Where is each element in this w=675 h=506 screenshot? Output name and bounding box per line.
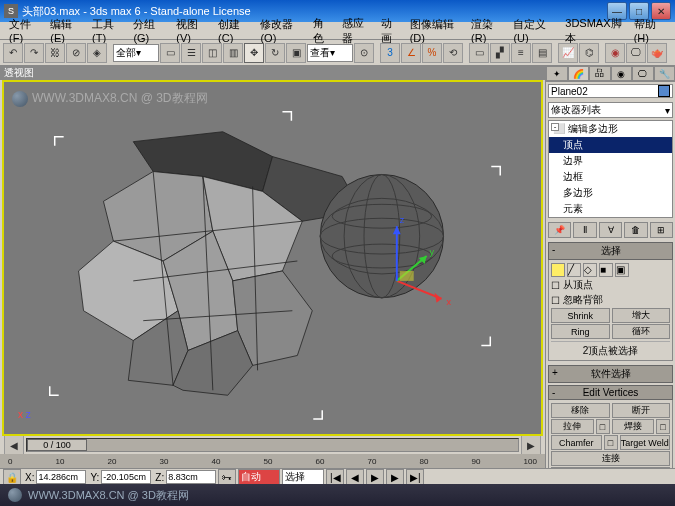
x-spinner[interactable]: X: [23, 469, 86, 485]
menu-edit[interactable]: 编辑(E) [45, 17, 87, 44]
redo-icon[interactable]: ↷ [24, 43, 44, 63]
z-spinner[interactable]: Z: [153, 469, 216, 485]
key-icon[interactable]: 🗝 [218, 469, 236, 485]
tab-utility[interactable]: 🔧 [654, 66, 676, 81]
select-icon[interactable]: ▭ [160, 43, 180, 63]
align-icon[interactable]: ≡ [511, 43, 531, 63]
time-slider[interactable]: 0 / 100 [26, 438, 519, 452]
subobj-edge-icon[interactable]: ╱ [567, 263, 581, 277]
named-sel-icon[interactable]: ▭ [469, 43, 489, 63]
undo-icon[interactable]: ↶ [3, 43, 23, 63]
configure-icon[interactable]: ⊞ [650, 222, 673, 238]
center-icon[interactable]: ⊙ [354, 43, 374, 63]
menu-create[interactable]: 创建(C) [213, 17, 255, 44]
tab-hierarchy[interactable]: 品 [589, 66, 611, 81]
time-next-icon[interactable]: ▶ [521, 435, 541, 455]
curve-editor-icon[interactable]: 📈 [558, 43, 578, 63]
bind-icon[interactable]: ◈ [87, 43, 107, 63]
weld-settings-icon[interactable]: □ [656, 419, 670, 434]
material-icon[interactable]: ◉ [605, 43, 625, 63]
loop-button[interactable]: 循环 [612, 324, 671, 339]
perspective-viewport[interactable]: x y z WWW.3DMAX8.CN @ 3D教程网 x z [2, 80, 543, 436]
select-region-icon[interactable]: ◫ [202, 43, 222, 63]
menu-anim[interactable]: 动画 [376, 16, 405, 46]
menu-tools[interactable]: 工具(T) [87, 17, 128, 44]
menu-render[interactable]: 渲染(R) [466, 17, 508, 44]
set-key-mode[interactable]: 选择 [282, 469, 324, 485]
break-button[interactable]: 断开 [612, 403, 671, 418]
time-prev-icon[interactable]: ◀ [4, 435, 24, 455]
render-scene-icon[interactable]: 🖵 [626, 43, 646, 63]
subobj-element-icon[interactable]: ▣ [615, 263, 629, 277]
subobj-vertex-icon[interactable] [551, 263, 565, 277]
remove-mod-icon[interactable]: 🗑 [624, 222, 647, 238]
chamfer-button[interactable]: Chamfer [551, 435, 602, 450]
menu-help[interactable]: 帮助(H) [629, 17, 671, 44]
rotate-icon[interactable]: ↻ [265, 43, 285, 63]
stack-item-vertex[interactable]: 顶点 [549, 137, 672, 153]
mirror-icon[interactable]: ▞ [490, 43, 510, 63]
window-crossing-icon[interactable]: ▥ [223, 43, 243, 63]
stack-item-poly[interactable]: 多边形 [549, 185, 672, 201]
snap-icon[interactable]: 3 [380, 43, 400, 63]
schematic-icon[interactable]: ⌬ [579, 43, 599, 63]
angle-snap-icon[interactable]: ∠ [401, 43, 421, 63]
tab-motion[interactable]: ◉ [611, 66, 633, 81]
select-name-icon[interactable]: ☰ [181, 43, 201, 63]
next-frame-icon[interactable]: ▶ [386, 469, 404, 485]
lock-selection-icon[interactable]: 🔒 [3, 469, 21, 485]
menu-reactor[interactable]: 感应器 [337, 16, 376, 46]
stack-item-border[interactable]: 边框 [549, 169, 672, 185]
stack-item-editpoly[interactable]: -⬜ 编辑多边形 [549, 121, 672, 137]
goto-start-icon[interactable]: |◀ [326, 469, 344, 485]
subobj-border-icon[interactable]: ◇ [583, 263, 597, 277]
ignore-backfacing-check[interactable]: ☐ 忽略背部 [551, 293, 670, 307]
time-thumb[interactable]: 0 / 100 [27, 439, 87, 451]
unlink-icon[interactable]: ⊘ [66, 43, 86, 63]
rollout-softsel[interactable]: +软件选择 [548, 365, 673, 383]
prev-frame-icon[interactable]: ◀ [346, 469, 364, 485]
grow-button[interactable]: 增大 [612, 308, 671, 323]
subobj-poly-icon[interactable]: ■ [599, 263, 613, 277]
remove-button[interactable]: 移除 [551, 403, 610, 418]
menu-char[interactable]: 角色 [308, 16, 337, 46]
menu-view[interactable]: 视图(V) [171, 17, 213, 44]
selection-filter[interactable]: 全部 ▾ [113, 44, 159, 62]
show-result-icon[interactable]: Ⅱ [573, 222, 596, 238]
move-icon[interactable]: ✥ [244, 43, 264, 63]
play-icon[interactable]: ▶ [366, 469, 384, 485]
menu-modifier[interactable]: 修改器(O) [255, 17, 307, 44]
stack-item-element[interactable]: 元素 [549, 201, 672, 217]
percent-snap-icon[interactable]: % [422, 43, 442, 63]
ref-coord[interactable]: 查看 ▾ [307, 44, 353, 62]
menu-script[interactable]: 3DSMAX脚本 [560, 16, 628, 46]
quick-render-icon[interactable]: 🫖 [647, 43, 667, 63]
target-weld-button[interactable]: Target Weld [620, 435, 671, 450]
link-icon[interactable]: ⛓ [45, 43, 65, 63]
rollout-selection[interactable]: -选择 [548, 242, 673, 260]
spinner-snap-icon[interactable]: ⟲ [443, 43, 463, 63]
make-unique-icon[interactable]: ∀ [599, 222, 622, 238]
extrude-button[interactable]: 拉伸 [551, 419, 594, 434]
scale-icon[interactable]: ▣ [286, 43, 306, 63]
extrude-settings-icon[interactable]: □ [596, 419, 610, 434]
modifier-stack[interactable]: -⬜ 编辑多边形 顶点 边界 边框 多边形 元素 [548, 120, 673, 218]
menu-file[interactable]: 文件(F) [4, 17, 45, 44]
shrink-button[interactable]: Shrink [551, 308, 610, 323]
by-vertex-check[interactable]: ☐ 从顶点 [551, 278, 670, 292]
menu-graph[interactable]: 图像编辑(D) [405, 17, 466, 44]
ring-button[interactable]: Ring [551, 324, 610, 339]
auto-key-button[interactable]: 自动 [238, 469, 280, 485]
goto-end-icon[interactable]: ▶| [406, 469, 424, 485]
y-spinner[interactable]: Y: [88, 469, 151, 485]
pin-stack-icon[interactable]: 📌 [548, 222, 571, 238]
layers-icon[interactable]: ▤ [532, 43, 552, 63]
connect-button[interactable]: 连接 [551, 451, 670, 466]
tab-modify[interactable]: 🌈 [568, 66, 590, 81]
remove-iso-button[interactable]: 移动孤立顶点 [551, 467, 670, 468]
tab-display[interactable]: 🖵 [632, 66, 654, 81]
object-name-field[interactable]: Plane02 [548, 84, 673, 98]
menu-group[interactable]: 分组(G) [128, 17, 171, 44]
stack-item-edge[interactable]: 边界 [549, 153, 672, 169]
rollout-editverts[interactable]: -Edit Vertices [548, 385, 673, 400]
